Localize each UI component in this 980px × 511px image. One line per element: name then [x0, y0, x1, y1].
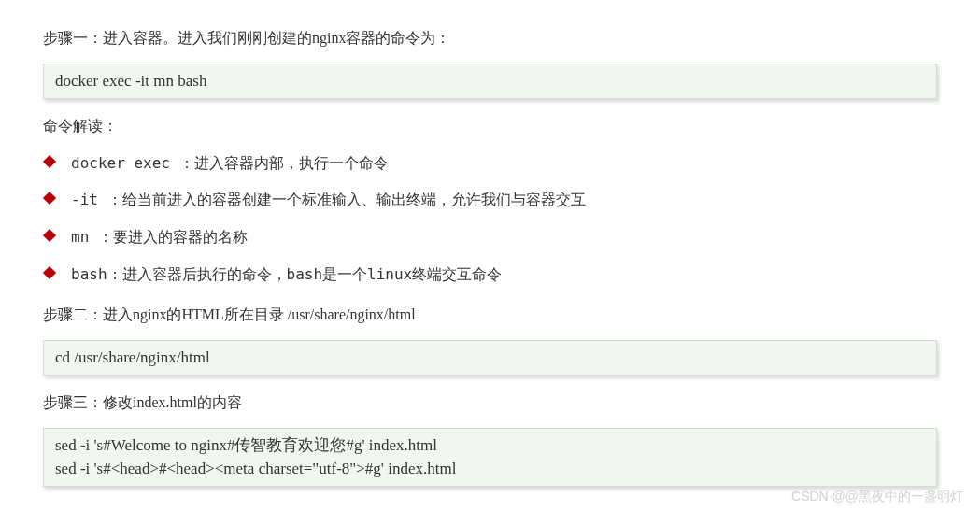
- step3-code-line1: sed -i 's#Welcome to nginx#传智教育欢迎您#g' in…: [55, 434, 925, 458]
- step1-text: 步骤一：进入容器。进入我们刚刚创建的nginx容器的命令为：: [43, 26, 937, 50]
- watermark: CSDN @@黑夜中的一盏明灯: [791, 489, 963, 505]
- step2-text: 步骤二：进入nginx的HTML所在目录 /usr/share/nginx/ht…: [43, 303, 937, 327]
- bullet-item: docker exec ：进入容器内部，执行一个命令: [43, 151, 937, 176]
- bullet-list: docker exec ：进入容器内部，执行一个命令 -it ：给当前进入的容器…: [43, 151, 937, 286]
- step1-code: docker exec -it mn bash: [43, 64, 937, 100]
- bullet-item: -it ：给当前进入的容器创建一个标准输入、输出终端，允许我们与容器交互: [43, 188, 937, 212]
- step3-code-line2: sed -i 's#<head>#<head><meta charset="ut…: [55, 458, 925, 481]
- bullet-item: mn ：要进入的容器的名称: [43, 225, 937, 249]
- bullet-item: bash：进入容器后执行的命令，bash是一个linux终端交互命令: [43, 263, 937, 287]
- step3-code: sed -i 's#Welcome to nginx#传智教育欢迎您#g' in…: [43, 428, 937, 487]
- step2-code: cd /usr/share/nginx/html: [43, 340, 937, 376]
- step3-text: 步骤三：修改index.html的内容: [43, 390, 937, 415]
- interpret-label: 命令解读：: [43, 114, 937, 138]
